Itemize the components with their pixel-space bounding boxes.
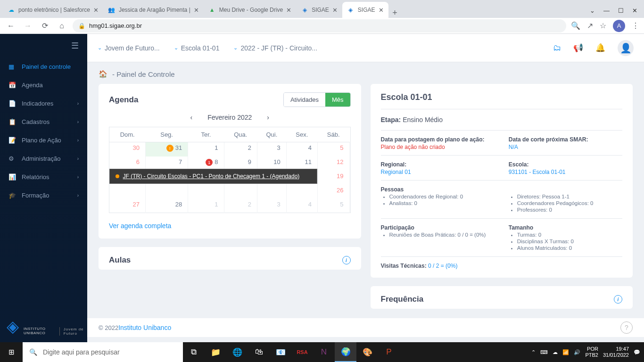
escola-label: Escola:	[509, 161, 622, 168]
tab-drive[interactable]: ▲ Meu Drive - Google Drive ✕	[204, 2, 296, 18]
tab-teams[interactable]: 👥 Jessica de Aragão Pimenta | ✕	[103, 2, 204, 18]
close-window-icon[interactable]: ✕	[632, 7, 637, 14]
calendar-cell[interactable]: 4	[286, 142, 317, 156]
full-agenda-link[interactable]: Ver agenda completa	[109, 222, 171, 230]
outlook-icon[interactable]: 📧	[270, 342, 291, 362]
tray-lang[interactable]: POR PTB2	[585, 346, 598, 358]
smar-label: Data de corte próxima SMAR:	[509, 136, 622, 143]
tray-keyboard-icon[interactable]: ⌨	[540, 349, 548, 355]
calendar-cell[interactable]: 3	[257, 142, 286, 156]
rsa-icon[interactable]: RSA	[291, 342, 313, 362]
breadcrumb-program[interactable]: ⌄Jovem de Futuro...	[98, 44, 160, 52]
close-icon[interactable]: ✕	[286, 7, 291, 14]
star-icon[interactable]: ☆	[600, 21, 606, 30]
tray-sound-icon[interactable]: 🔊	[574, 349, 580, 355]
share-icon[interactable]: ↗	[587, 21, 593, 30]
regional-link[interactable]: Regional 01	[381, 169, 411, 175]
megaphone-icon[interactable]: 📢	[573, 43, 583, 53]
sidebar-item-6[interactable]: 📊Relatórios›	[0, 168, 87, 186]
tray-clock[interactable]: 19:4731/01/2022	[603, 346, 629, 358]
calendar-cell[interactable]: 2	[224, 199, 257, 213]
paint-icon[interactable]: 🎨	[356, 342, 378, 362]
onenote-icon[interactable]: N	[313, 342, 335, 362]
kebab-menu-icon[interactable]: ⋮	[632, 21, 639, 30]
tray-cloud-icon[interactable]: ☁	[553, 349, 558, 355]
url-input[interactable]: 🔒 hmg01.sigae.org.br	[73, 19, 566, 33]
close-icon[interactable]: ✕	[379, 7, 384, 14]
calendar-cell[interactable]: 19	[317, 171, 349, 185]
maximize-icon[interactable]: ☐	[618, 7, 624, 14]
calendar-cell[interactable]	[145, 185, 188, 199]
folder-icon[interactable]: 🗂	[553, 43, 561, 53]
sidebar-item-3[interactable]: 📋Cadastros›	[0, 113, 87, 131]
tray-chevron-icon[interactable]: ⌃	[531, 349, 536, 355]
help-icon[interactable]: ?	[620, 321, 633, 334]
calendar-cell[interactable]	[188, 185, 224, 199]
calendar-cell[interactable]: 28	[145, 199, 188, 213]
close-icon[interactable]: ✕	[332, 7, 338, 14]
footer-link[interactable]: Instituto Unibanco	[118, 324, 171, 331]
escola-link[interactable]: 931101 - Escola 01-01	[509, 169, 566, 175]
powerpoint-icon[interactable]: P	[378, 342, 400, 362]
sidebar-item-4[interactable]: 📝Plano de Ação›	[0, 131, 87, 149]
sidebar-item-7[interactable]: 🎓Formação›	[0, 186, 87, 205]
calendar-cell[interactable]	[224, 185, 257, 199]
profile-avatar[interactable]: A	[613, 20, 625, 32]
sidebar-item-2[interactable]: 📄Indicadores›	[0, 94, 87, 113]
user-avatar[interactable]: 👤	[618, 40, 634, 56]
home-button[interactable]: ⌂	[56, 20, 68, 32]
minimize-icon[interactable]: —	[603, 7, 610, 14]
sidebar-item-5[interactable]: ⚙Administração›	[0, 149, 87, 168]
calendar-cell[interactable]: 5	[317, 142, 349, 156]
calendar-cell[interactable]: 26	[317, 185, 349, 199]
calendar-cell[interactable]: !31	[145, 142, 188, 156]
next-month-button[interactable]: ›	[267, 114, 269, 121]
explorer-icon[interactable]: 📁	[205, 342, 226, 362]
store-icon[interactable]: 🛍	[248, 342, 270, 362]
chrome-icon[interactable]: 🌍	[335, 342, 356, 362]
tab-sigae-1[interactable]: ◈ SIGAE ✕	[296, 2, 342, 18]
close-icon[interactable]: ✕	[93, 7, 99, 14]
activities-button[interactable]: Atividades	[284, 93, 325, 107]
sidebar-item-1[interactable]: 📅Agenda	[0, 76, 87, 94]
start-button[interactable]: ⊞	[0, 348, 23, 356]
reload-button[interactable]: ⟳	[39, 20, 51, 32]
hamburger-icon[interactable]: ☰	[0, 34, 87, 58]
back-button[interactable]: ←	[5, 20, 17, 32]
edge-icon[interactable]: 🌐	[226, 342, 248, 362]
calendar-cell[interactable]	[109, 185, 146, 199]
prev-month-button[interactable]: ‹	[190, 114, 193, 121]
taskbar-search[interactable]: 🔍 Digite aqui para pesquisar	[23, 342, 183, 362]
calendar-cell[interactable]: 5	[317, 199, 349, 213]
calendar-weekday: Sáb.	[317, 127, 349, 142]
search-icon[interactable]: 🔍	[571, 21, 580, 30]
task-view-icon[interactable]: ⧉	[183, 342, 205, 362]
calendar-cell[interactable]: 1	[188, 199, 224, 213]
close-icon[interactable]: ✕	[194, 7, 199, 14]
info-icon[interactable]: i	[342, 256, 351, 264]
calendar-cell[interactable]: 27	[109, 199, 146, 213]
calendar-cell[interactable]: 30	[109, 142, 146, 156]
tray-wifi-icon[interactable]: 📶	[562, 349, 569, 355]
event-tooltip[interactable]: JF (TR) - Circuito Escolas - PC1 - Ponto…	[109, 169, 318, 184]
calendar-cell[interactable]: 4	[286, 199, 317, 213]
visitas-link[interactable]: 0 / 2 = (0%)	[428, 263, 457, 269]
tab-sigae-2[interactable]: ◈ SIGAE ✕	[342, 2, 388, 18]
sidebar-item-0[interactable]: ▦Painel de controle	[0, 58, 87, 76]
calendar-cell[interactable]	[257, 185, 286, 199]
calendar-cell[interactable]: 2	[224, 142, 257, 156]
calendar-cell[interactable]: 1	[188, 142, 224, 156]
info-icon[interactable]: i	[614, 295, 622, 304]
new-tab-button[interactable]: +	[388, 8, 402, 18]
tab-salesforce[interactable]: ☁ ponto eletrônico | Salesforce ✕	[3, 2, 103, 18]
calendar-cell[interactable]	[286, 185, 317, 199]
notifications-icon[interactable]: 💬	[634, 349, 640, 355]
sidebar-icon: ⚙	[8, 155, 16, 162]
breadcrumb-year[interactable]: ⌄2022 - JF (TR) - Circuito...	[233, 44, 317, 52]
calendar-cell[interactable]: 3	[257, 199, 286, 213]
month-button[interactable]: Mês	[325, 93, 350, 107]
breadcrumb-school[interactable]: ⌄Escola 01-01	[174, 44, 220, 52]
chevron-down-icon[interactable]: ⌄	[590, 7, 595, 14]
calendar-cell[interactable]: 12	[317, 156, 349, 171]
bell-icon[interactable]: 🔔	[595, 43, 605, 53]
